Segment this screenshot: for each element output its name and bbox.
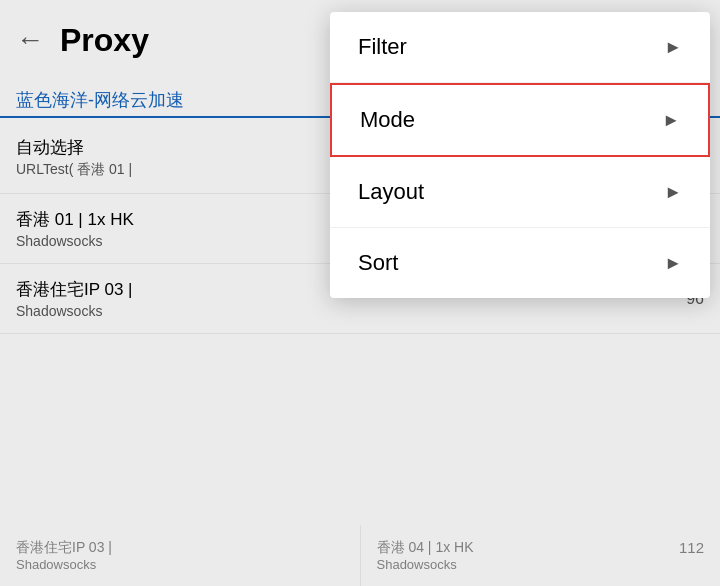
chevron-right-icon: ► xyxy=(664,182,682,203)
menu-item-layout[interactable]: Layout ► xyxy=(330,157,710,228)
menu-item-mode[interactable]: Mode ► xyxy=(330,83,710,157)
dropdown-menu: Filter ► Mode ► Layout ► Sort ► xyxy=(330,12,710,298)
menu-item-filter[interactable]: Filter ► xyxy=(330,12,710,83)
menu-item-label: Sort xyxy=(358,250,398,276)
chevron-right-icon: ► xyxy=(664,37,682,58)
chevron-right-icon: ► xyxy=(662,110,680,131)
menu-item-label: Filter xyxy=(358,34,407,60)
menu-item-label: Mode xyxy=(360,107,415,133)
menu-item-sort[interactable]: Sort ► xyxy=(330,228,710,298)
menu-item-label: Layout xyxy=(358,179,424,205)
chevron-right-icon: ► xyxy=(664,253,682,274)
